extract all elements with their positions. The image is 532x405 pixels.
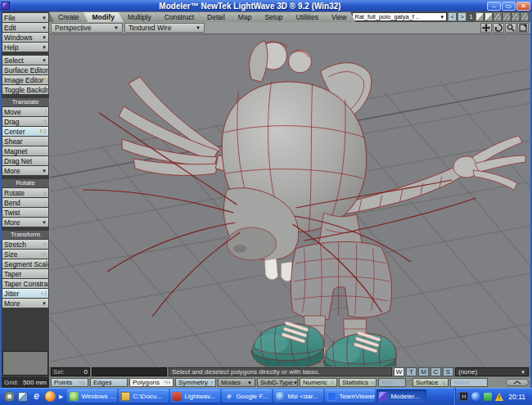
menu-file[interactable]: File▼ <box>2 13 48 22</box>
layer-tab-6[interactable] <box>521 12 529 21</box>
firefox-icon[interactable] <box>45 391 56 402</box>
close-button[interactable]: ✕ <box>516 2 530 11</box>
polygons-mode-button[interactable]: Polygons^H <box>129 378 174 387</box>
layer-tab-2[interactable] <box>485 12 493 21</box>
modes-dropdown[interactable]: Modes▼ <box>218 378 255 387</box>
tray-network-icon[interactable] <box>471 392 480 401</box>
vmap-selection-button[interactable]: S <box>443 367 453 376</box>
surface-editor-button[interactable]: Surface EditorF5 <box>2 65 48 74</box>
menu-windows[interactable]: Windows▼ <box>2 33 48 42</box>
menu-help[interactable]: Help▼ <box>2 43 48 52</box>
taskbar-button-windows[interactable]: Windows ... <box>67 389 117 403</box>
vmap-selector-dropdown[interactable]: (none) ▼ <box>455 367 529 376</box>
rotate-view-icon[interactable] <box>493 23 504 33</box>
tab-utilities[interactable]: Utilities <box>287 12 327 22</box>
tool-center[interactable]: CenterF2 <box>2 127 48 136</box>
symmetry-button[interactable]: Symmetry+Y <box>175 378 216 387</box>
tool-jitter[interactable]: Jitter+J <box>2 289 48 298</box>
tool-drag[interactable]: Drag^t <box>2 117 48 126</box>
edges-mode-button[interactable]: Edges <box>90 378 128 387</box>
tab-map[interactable]: Map <box>229 12 261 22</box>
make-button: Make <box>450 378 488 387</box>
vmap-texture-button[interactable]: T <box>406 367 417 376</box>
tool-taper[interactable]: Taper <box>2 269 48 278</box>
internet-explorer-icon: e <box>224 392 233 401</box>
prev-object-button[interactable]: < <box>448 12 457 21</box>
tool-size[interactable]: Size+H <box>2 250 48 259</box>
tray-warning-icon[interactable] <box>495 393 503 401</box>
viewport-canvas <box>50 34 530 367</box>
folder-icon <box>121 392 130 401</box>
tab-view[interactable]: View <box>322 12 355 22</box>
subd-type-dropdown[interactable]: SubD-Type▼ <box>257 378 298 387</box>
chevron-down-icon: ▼ <box>293 380 298 385</box>
show-desktop-icon[interactable] <box>18 392 28 402</box>
tool-segment-scale[interactable]: Segment Scale <box>2 259 48 268</box>
pan-view-icon[interactable] <box>480 23 492 33</box>
chevron-down-icon: ▼ <box>42 45 47 50</box>
collapse-panel-icon[interactable] <box>506 379 529 386</box>
statistics-button[interactable]: Statisticsw <box>339 378 376 387</box>
layer-bank-number: 1 <box>467 13 474 20</box>
vmap-weight-button[interactable]: W <box>394 367 404 376</box>
tab-setup[interactable]: Setup <box>255 12 291 22</box>
render-mode-dropdown[interactable]: Textured Wire ▼ <box>124 23 205 33</box>
tool-bend[interactable]: Bend~ <box>2 198 48 207</box>
image-editor-button[interactable]: Image EditorF6 <box>2 75 48 84</box>
minimize-button[interactable]: – <box>487 2 501 11</box>
tool-taper-constrain[interactable]: Taper Constrain <box>2 279 48 288</box>
perspective-viewport[interactable] <box>50 34 530 367</box>
modeler-window: Modeler™ NewTek LightWave 3D ® 9.2 (Win3… <box>0 0 532 405</box>
section-translate: Translate <box>2 98 49 106</box>
view-type-dropdown[interactable]: Perspective ▼ <box>51 23 123 33</box>
maximize-view-icon[interactable] <box>517 23 529 33</box>
pdf-reader-icon <box>173 392 182 401</box>
taskbar-button-google[interactable]: e Google F... <box>222 389 272 403</box>
toggle-backdrop-button[interactable]: Toggle Backdrop <box>2 85 48 94</box>
tool-magnet[interactable]: Magnet <box>2 146 48 155</box>
numeric-button[interactable]: Numericn <box>300 378 337 387</box>
tab-modify[interactable]: Modify <box>83 12 124 22</box>
chevron-down-icon: ▼ <box>42 301 47 306</box>
chevron-down-icon: ▼ <box>114 25 119 30</box>
taskbar-button-msi[interactable]: Msi <dar... <box>273 389 323 403</box>
tool-drag-net[interactable]: Drag Net <box>2 156 48 165</box>
menu-edit[interactable]: Edit▼ <box>2 23 48 32</box>
tab-multiply[interactable]: Multiply <box>119 12 160 22</box>
object-selector-dropdown[interactable]: Rat_full_polo_gatya_f .. ▼ <box>352 12 447 21</box>
surface-button[interactable]: Surfaceq <box>413 378 449 387</box>
lightwave-app-icon <box>379 392 388 401</box>
chevron-down-icon: ▼ <box>42 16 47 20</box>
taskbar-button-explorer[interactable]: C:\Docu... <box>119 389 169 403</box>
quicklaunch-app-icon[interactable] <box>4 391 15 402</box>
zoom-view-icon[interactable] <box>505 23 516 33</box>
vmap-color-button[interactable]: C <box>431 367 441 376</box>
translate-more[interactable]: More▼ <box>2 166 48 175</box>
quicklaunch-expand-icon[interactable]: ▶ <box>59 394 63 400</box>
internet-explorer-icon[interactable]: e <box>31 391 42 402</box>
tab-create[interactable]: Create <box>49 12 88 22</box>
layer-tab-5[interactable] <box>512 12 520 21</box>
tab-construct[interactable]: Construct <box>156 12 203 22</box>
restore-button[interactable]: ▭ <box>502 2 516 11</box>
vmap-morph-button[interactable]: M <box>418 367 429 376</box>
taskbar-button-modeler[interactable]: Modeler... <box>376 389 426 403</box>
tool-move[interactable]: Movet <box>2 107 48 116</box>
layer-tab-4[interactable] <box>503 12 511 21</box>
menu-select[interactable]: Select▼ <box>2 56 48 65</box>
transform-more[interactable]: More▼ <box>2 299 48 308</box>
tab-detail[interactable]: Detail <box>198 12 234 22</box>
tray-app-icon[interactable]: H <box>459 392 468 401</box>
layer-tab-1[interactable] <box>476 12 484 21</box>
layer-tab-3[interactable] <box>494 12 502 21</box>
tool-rotate[interactable]: Rotatey <box>2 188 48 197</box>
points-mode-button[interactable]: Points^G <box>51 378 88 387</box>
rotate-more[interactable]: More▼ <box>2 218 48 227</box>
next-object-button[interactable]: > <box>458 12 467 21</box>
tool-shear[interactable]: Shear <box>2 137 48 146</box>
tool-twist[interactable]: Twist <box>2 208 48 217</box>
taskbar-button-teamviewer[interactable]: TeamViewer <box>325 389 375 403</box>
tool-stretch[interactable]: Stretchh <box>2 240 48 249</box>
tray-security-icon[interactable] <box>484 393 492 401</box>
taskbar-button-lightwave-doc[interactable]: Lightwav... <box>170 389 220 403</box>
